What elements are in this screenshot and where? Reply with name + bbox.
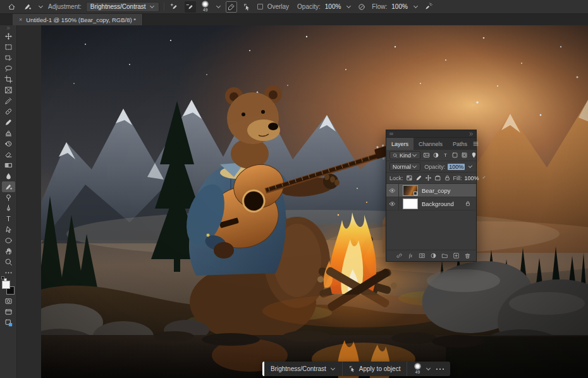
blend-mode-dropdown[interactable]: Normal [389, 162, 420, 171]
filter-pin-toggle[interactable] [470, 151, 477, 159]
flow-chevron[interactable] [413, 4, 418, 8]
panel-header[interactable] [386, 130, 476, 138]
lock-artboard-button[interactable] [434, 174, 441, 182]
home-button[interactable] [6, 1, 17, 13]
history-brush-tool[interactable] [2, 138, 15, 149]
lock-pixels-button[interactable] [415, 174, 422, 182]
apply-to-object-button[interactable]: Apply to object [342, 362, 408, 376]
hand-tool[interactable] [2, 246, 15, 257]
panel-tabs: Layers Channels Paths [386, 138, 476, 150]
document-tab[interactable]: × Untitled-1 @ 150% (Bear_copy, RGB/8) * [13, 14, 143, 25]
tab-channels[interactable]: Channels [413, 138, 448, 150]
new-layer-button[interactable] [453, 252, 460, 259]
lock-position-button[interactable] [425, 174, 432, 182]
more-options-button[interactable] [435, 364, 445, 374]
opacity-value[interactable]: 100% [325, 3, 341, 10]
toolbar-collapse-icon[interactable] [6, 26, 11, 30]
link-layers-button[interactable] [396, 252, 403, 259]
clone-stamp-tool[interactable] [2, 128, 15, 138]
path-select-tool[interactable] [2, 224, 15, 235]
layer-effects-button[interactable]: fx [407, 252, 414, 259]
dodge-tool[interactable] [2, 192, 15, 203]
context-brush-size-control[interactable]: 49 [412, 363, 422, 375]
tool-preset-chevron[interactable] [39, 4, 43, 8]
filter-smart-objects-button[interactable] [461, 151, 468, 159]
blur-tool[interactable] [2, 171, 15, 181]
filter-adjustment-layers-button[interactable] [432, 151, 439, 159]
tab-layers[interactable]: Layers [386, 138, 413, 150]
zoom-tool[interactable] [2, 257, 15, 267]
healing-brush-tool[interactable] [2, 106, 15, 117]
overlay-checkbox[interactable] [257, 4, 263, 9]
eraser-tool[interactable] [2, 149, 15, 160]
collapse-panel-icon[interactable] [469, 131, 474, 137]
visibility-toggle[interactable] [386, 184, 399, 197]
layer-name[interactable]: Bear_copy [422, 187, 450, 194]
pen-tool[interactable] [2, 203, 15, 214]
screen-mode-button[interactable] [2, 307, 15, 317]
shape-tool[interactable] [2, 235, 15, 246]
panel-grip-icon [389, 131, 394, 137]
context-adjustment-dropdown[interactable]: Brightness/Contrast [264, 362, 342, 376]
object-selection-tool[interactable] [2, 52, 15, 63]
opacity-chevron[interactable] [346, 4, 351, 8]
current-tool-button[interactable] [21, 1, 33, 13]
kind-filter-dropdown[interactable]: Kind [389, 151, 420, 159]
layer-row-background[interactable]: Background [386, 197, 476, 210]
new-adjustment-layer-button[interactable] [430, 252, 437, 259]
sample-button[interactable] [242, 1, 253, 13]
panel-menu-button[interactable] [472, 138, 479, 150]
object-select-icon [4, 54, 13, 62]
type-tool[interactable]: T [2, 214, 15, 224]
layer-thumbnail[interactable] [403, 198, 418, 209]
quick-mask-button[interactable] [2, 296, 15, 307]
brush-tool[interactable] [2, 117, 15, 128]
add-mask-button[interactable] [419, 252, 426, 259]
airbrush-toggle[interactable] [423, 1, 434, 13]
fill-value[interactable]: 100% [465, 175, 479, 181]
share-button[interactable] [2, 317, 15, 328]
brush-size-chevron[interactable] [216, 4, 221, 8]
eyedropper-tool[interactable] [2, 95, 15, 106]
gradient-tool[interactable] [2, 160, 15, 171]
color-swatches[interactable] [2, 281, 15, 295]
hamburger-icon [472, 140, 479, 147]
filter-shape-layers-button[interactable] [451, 151, 458, 159]
marquee-icon [4, 43, 13, 51]
adjustment-brush-tool[interactable] [2, 181, 15, 192]
lock-all-button[interactable] [444, 174, 451, 182]
brush-add-button[interactable] [169, 1, 180, 13]
bear-campfire-image [41, 25, 588, 378]
filter-pixel-layers-button[interactable] [423, 151, 430, 159]
layer-row-bear-copy[interactable]: Bear_copy [386, 184, 476, 197]
lock-icon [444, 174, 451, 181]
layer-name[interactable]: Background [422, 200, 454, 207]
smart-object-icon [461, 152, 468, 159]
adjustment-dropdown[interactable]: Brightness/Contrast [86, 2, 159, 12]
flow-value[interactable]: 100% [391, 3, 408, 10]
crop-tool[interactable] [2, 74, 15, 85]
delete-layer-button[interactable] [464, 252, 471, 259]
visibility-toggle[interactable] [386, 197, 399, 210]
filter-type-layers-button[interactable]: T [442, 151, 449, 159]
opacity-chevron[interactable] [469, 164, 472, 168]
layer-thumbnail[interactable] [403, 185, 418, 196]
lasso-tool[interactable] [2, 63, 15, 74]
opacity-value[interactable]: 100% [448, 164, 465, 170]
foreground-color-swatch[interactable] [2, 281, 10, 289]
close-icon[interactable]: × [19, 16, 22, 23]
marquee-tool[interactable] [2, 42, 15, 52]
brush-size-control[interactable]: 49 [200, 1, 211, 13]
frame-tool[interactable] [2, 85, 15, 95]
pressure-opacity-toggle[interactable] [356, 1, 367, 13]
pressure-size-toggle[interactable] [226, 1, 237, 13]
lock-transparency-button[interactable] [406, 174, 413, 182]
context-brush-chevron[interactable] [426, 366, 431, 370]
options-bar: Adjustment: Brightness/Contrast 49 Overl… [0, 0, 588, 14]
adjustment-icon [432, 152, 439, 159]
new-group-button[interactable] [441, 252, 448, 259]
brush-subtract-button[interactable] [185, 1, 196, 13]
tab-paths[interactable]: Paths [448, 138, 472, 150]
canvas-artwork[interactable] [41, 25, 588, 378]
move-tool[interactable] [2, 31, 15, 42]
